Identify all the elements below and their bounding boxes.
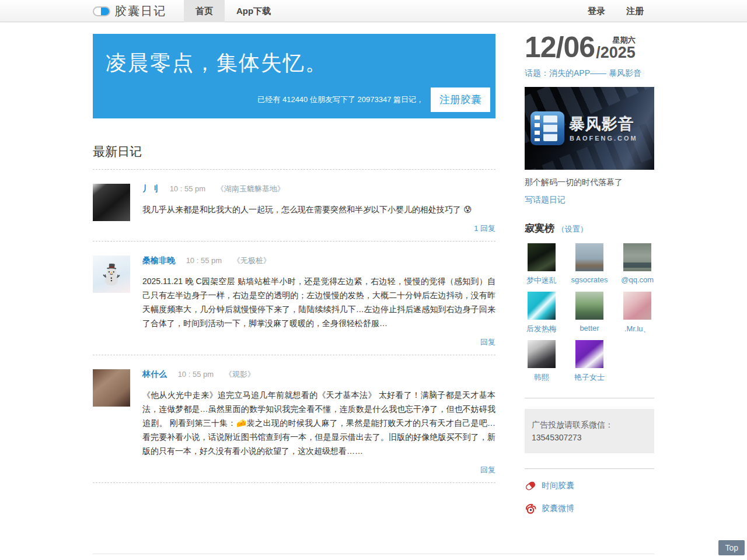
user-avatar[interactable] bbox=[623, 292, 651, 320]
entry-username[interactable]: 林什么 bbox=[142, 369, 167, 379]
entry-content: 《他从火光中走来》追完立马追几年前就想看的《天才基本法》 太好看了！满脑子都是天… bbox=[142, 388, 495, 458]
user-avatar[interactable] bbox=[528, 340, 556, 368]
date-year: /2025 bbox=[596, 46, 636, 60]
user-name-link[interactable]: 后发热梅 bbox=[525, 324, 558, 334]
user-avatar[interactable]: ⛄ bbox=[93, 256, 130, 293]
footer: © 2009 – 2025 timepill.net | 冀ICP备202303… bbox=[93, 554, 654, 560]
capsule-logo-icon bbox=[93, 6, 110, 16]
weibo-icon bbox=[525, 503, 536, 514]
user-avatar[interactable] bbox=[623, 243, 651, 271]
nav-app-download[interactable]: App下载 bbox=[225, 0, 282, 22]
user-name-link[interactable]: 艳子女士 bbox=[571, 372, 608, 383]
hero-banner: 凌晨零点，集体失忆。 已经有 412440 位朋友写下了 20973347 篇日… bbox=[93, 34, 495, 118]
brand-title: 胶囊日记 bbox=[115, 4, 166, 19]
lonely-user: 韩熙 bbox=[525, 340, 558, 383]
user-avatar[interactable] bbox=[93, 369, 130, 407]
write-topic-diary-link[interactable]: 写话题日记 bbox=[525, 195, 654, 205]
lonely-user: 艳子女士 bbox=[571, 340, 608, 383]
lonely-board-label: 寂寞榜 bbox=[525, 223, 554, 234]
lonely-user: 后发热梅 bbox=[525, 292, 558, 334]
entry-notebook-link[interactable]: 《观影》 bbox=[225, 370, 255, 379]
pill-icon bbox=[525, 480, 536, 492]
ad-contact-box: 广告投放请联系微信： 13545307273 bbox=[525, 409, 654, 454]
sidebar-divider bbox=[525, 468, 654, 469]
diary-entry: ⛄ 桑榆非晚 10 : 55 pm 《无极桩》 2025.11.21 晚 C园架… bbox=[93, 242, 495, 355]
entry-time: 10 : 55 pm bbox=[178, 370, 214, 379]
entry-notebook-link[interactable]: 《无极桩》 bbox=[233, 256, 271, 265]
lonely-user: 梦中迷乱 bbox=[525, 243, 558, 286]
film-reel-icon bbox=[530, 111, 564, 145]
lonely-user: .Mr.lu、 bbox=[620, 292, 654, 334]
user-name-link[interactable]: @qq.com bbox=[620, 275, 654, 284]
diary-entry: 丿刂 10 : 55 pm 《湖南玉貔貅基地》 我几乎从来都是和比我大的人一起玩… bbox=[93, 170, 495, 242]
user-avatar[interactable] bbox=[93, 184, 130, 221]
topic-image-title: 暴风影音 bbox=[569, 114, 634, 135]
top-navbar: 胶囊日记 首页 App下载 登录 注册 bbox=[0, 0, 747, 22]
capsule-weibo-link[interactable]: 胶囊微博 bbox=[525, 503, 654, 514]
user-name-link[interactable]: better bbox=[571, 324, 608, 332]
entry-username[interactable]: 桑榆非晚 bbox=[142, 256, 175, 265]
topic-caption: 那个解码一切的时代落幕了 bbox=[525, 177, 654, 188]
capsule-weibo-label: 胶囊微博 bbox=[542, 503, 574, 514]
sidebar-divider bbox=[525, 398, 654, 398]
ad-wechat-number: 13545307273 bbox=[532, 432, 647, 443]
nav-login[interactable]: 登录 bbox=[577, 0, 616, 22]
nav-home[interactable]: 首页 bbox=[184, 0, 225, 22]
user-avatar[interactable] bbox=[528, 243, 556, 271]
topic-image-subtitle: BAOFENG.COM bbox=[570, 135, 638, 142]
time-capsule-link[interactable]: 时间胶囊 bbox=[525, 480, 654, 492]
lonely-user: @qq.com bbox=[620, 243, 654, 286]
register-capsule-button[interactable]: 注册胶囊 bbox=[431, 88, 490, 112]
ad-line: 广告投放请联系微信： bbox=[532, 419, 647, 430]
reply-link[interactable]: 回复 bbox=[142, 465, 495, 475]
user-name-link[interactable]: 韩熙 bbox=[525, 372, 558, 383]
date-day: 12/06 bbox=[525, 36, 595, 60]
banner-headline: 凌晨零点，集体失忆。 bbox=[93, 34, 495, 78]
banner-stats: 已经有 412440 位朋友写下了 20973347 篇日记， bbox=[257, 94, 424, 105]
lonely-user-grid: 梦中迷乱 sgsocrates @qq.com 后发热梅 better .Mr.… bbox=[525, 243, 654, 383]
feed-title: 最新日记 bbox=[93, 144, 495, 160]
entry-time: 10 : 55 pm bbox=[170, 184, 205, 193]
entry-content: 2025.11.21 晚 C园架空层 贴墙站桩半小时，还是觉得左边紧，右边轻，慢… bbox=[142, 274, 495, 330]
lonely-user: better bbox=[571, 292, 608, 334]
lonely-board-title: 寂寞榜 （设置） bbox=[525, 222, 654, 235]
diary-list: 丿刂 10 : 55 pm 《湖南玉貔貅基地》 我几乎从来都是和比我大的人一起玩… bbox=[93, 169, 495, 483]
user-avatar[interactable] bbox=[575, 292, 603, 320]
lonely-settings-link[interactable]: （设置） bbox=[557, 225, 588, 233]
user-avatar[interactable] bbox=[528, 292, 556, 320]
topic-image-baofeng[interactable]: 暴风影音 BAOFENG.COM bbox=[525, 87, 654, 170]
user-avatar[interactable] bbox=[575, 340, 603, 368]
date-widget: 12/06 星期六 /2025 bbox=[525, 35, 654, 60]
reply-link[interactable]: 回复 bbox=[142, 337, 495, 348]
time-capsule-label: 时间胶囊 bbox=[542, 481, 574, 491]
lonely-user: sgsocrates bbox=[571, 243, 608, 286]
back-to-top-button[interactable]: Top bbox=[718, 540, 745, 555]
entry-content: 我几乎从来都是和比我大的人一起玩，怎么现在需要突然和半岁以下小婴儿的相处技巧了 … bbox=[142, 202, 495, 216]
nav-register[interactable]: 注册 bbox=[616, 0, 654, 22]
user-avatar[interactable] bbox=[575, 243, 603, 271]
user-name-link[interactable]: 梦中迷乱 bbox=[525, 275, 558, 286]
entry-username[interactable]: 丿刂 bbox=[142, 184, 159, 193]
entry-notebook-link[interactable]: 《湖南玉貔貅基地》 bbox=[217, 184, 285, 193]
topic-link[interactable]: 话题：消失的APP—— 暴风影音 bbox=[525, 68, 654, 79]
diary-entry: 林什么 10 : 55 pm 《观影》 《他从火光中走来》追完立马追几年前就想看… bbox=[93, 355, 495, 483]
user-name-link[interactable]: .Mr.lu、 bbox=[620, 324, 654, 334]
brand[interactable]: 胶囊日记 bbox=[93, 4, 166, 19]
user-name-link[interactable]: sgsocrates bbox=[571, 275, 608, 284]
entry-time: 10 : 55 pm bbox=[186, 256, 222, 265]
reply-link[interactable]: 1 回复 bbox=[142, 223, 495, 234]
snowman-avatar-glyph: ⛄ bbox=[99, 262, 124, 286]
